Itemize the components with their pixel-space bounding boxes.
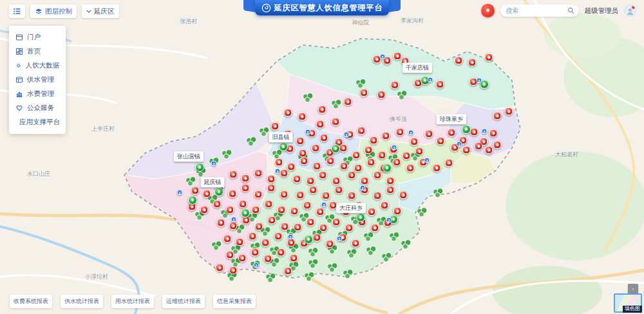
map-marker-alarm[interactable] <box>391 81 399 89</box>
map-marker-alarm[interactable] <box>332 118 340 126</box>
map-marker-alarm[interactable] <box>361 177 369 185</box>
cluster-count-badge[interactable]: 3 <box>428 77 433 83</box>
map-marker-facility[interactable] <box>365 246 377 256</box>
cluster-count-badge[interactable]: 2 <box>386 217 392 223</box>
cluster-count-badge[interactable]: 2 <box>254 263 260 268</box>
map-marker-alarm[interactable] <box>313 234 321 242</box>
map-marker-alarm[interactable] <box>284 267 292 275</box>
map-marker-facility[interactable] <box>245 136 257 147</box>
map-marker-alarm[interactable] <box>226 206 234 214</box>
cluster-count-badge[interactable]: 2 <box>380 54 386 60</box>
map-marker-alarm[interactable] <box>290 207 299 216</box>
alarm-button[interactable] <box>481 4 495 17</box>
map-marker-alarm[interactable] <box>327 157 335 165</box>
map-marker-alarm[interactable] <box>290 254 298 263</box>
cluster-count-badge[interactable]: 2 <box>288 234 294 240</box>
map-marker-facility[interactable] <box>327 263 338 273</box>
map-marker-alarm[interactable] <box>261 239 270 247</box>
map-marker-normal[interactable] <box>331 144 340 153</box>
map-marker-alarm[interactable] <box>436 80 444 89</box>
cluster-count-badge[interactable]: 2 <box>482 129 488 134</box>
map-marker-normal[interactable] <box>462 125 471 134</box>
map-marker-alarm[interactable] <box>340 162 348 171</box>
map-marker-alarm[interactable] <box>368 208 376 216</box>
map-marker-alarm[interactable] <box>319 224 328 232</box>
map-marker-normal[interactable] <box>188 196 197 205</box>
map-marker-alarm[interactable] <box>267 184 276 192</box>
map-marker-facility[interactable] <box>355 78 366 89</box>
map-marker-alarm[interactable] <box>448 129 456 137</box>
map-marker-facility[interactable] <box>363 232 374 242</box>
map-marker-facility[interactable] <box>303 272 315 282</box>
map-marker-alarm[interactable] <box>406 164 415 172</box>
map-marker-alarm[interactable] <box>274 232 283 241</box>
map-marker-alarm[interactable] <box>307 177 315 185</box>
search-input[interactable] <box>505 6 567 15</box>
map-marker-alarm[interactable] <box>433 164 441 172</box>
map-marker-alarm[interactable] <box>296 191 305 199</box>
map-marker-alarm[interactable] <box>229 222 238 230</box>
overview-minimap[interactable]: 填色图 <box>614 293 642 313</box>
map-marker-alarm[interactable] <box>298 113 307 121</box>
map-marker-alarm[interactable] <box>281 223 289 231</box>
map-marker-alarm[interactable] <box>470 128 478 136</box>
map-marker-alarm[interactable] <box>191 187 200 195</box>
map-marker-facility[interactable] <box>330 99 342 109</box>
map-marker-alarm[interactable] <box>203 190 211 198</box>
search-icon[interactable] <box>567 7 574 14</box>
map-marker-facility[interactable] <box>400 239 412 250</box>
cluster-count-badge[interactable]: 2 <box>275 169 281 174</box>
locate-button[interactable] <box>628 284 638 294</box>
sidebar-item-1[interactable]: 首页 <box>9 44 66 59</box>
cluster-count-badge[interactable]: 2 <box>337 236 343 242</box>
map-marker-alarm[interactable] <box>396 128 404 136</box>
map-marker-alarm[interactable] <box>475 142 483 151</box>
map-marker-alarm[interactable] <box>320 134 328 142</box>
map-marker-facility[interactable] <box>342 269 354 279</box>
report-button-1[interactable]: 供水统计报表 <box>61 295 103 308</box>
map-marker-alarm[interactable] <box>238 254 247 263</box>
map-marker-alarm[interactable] <box>229 190 237 198</box>
map-marker-alarm[interactable] <box>357 127 366 135</box>
map-marker-alarm[interactable] <box>296 137 305 145</box>
cluster-count-badge[interactable]: 2 <box>344 132 350 138</box>
map-marker-alarm[interactable] <box>254 190 263 199</box>
sidebar-item-5[interactable]: 公众服务 <box>9 101 66 115</box>
map-marker-facility[interactable] <box>258 127 270 137</box>
map-marker-alarm[interactable] <box>216 264 224 272</box>
map-marker-facility[interactable] <box>396 90 408 100</box>
map-marker-alarm[interactable] <box>213 200 222 208</box>
map-marker-alarm[interactable] <box>393 207 402 216</box>
map-marker-facility[interactable] <box>307 247 319 257</box>
cluster-count-badge[interactable]: 2 <box>408 130 414 136</box>
map-marker-alarm[interactable] <box>217 219 225 227</box>
map-marker-alarm[interactable] <box>505 107 513 116</box>
map-marker-alarm[interactable] <box>410 138 419 146</box>
cluster-count-badge[interactable]: 2 <box>177 190 183 196</box>
map-marker-alarm[interactable] <box>229 266 238 275</box>
map-marker-alarm[interactable] <box>371 224 379 232</box>
map-marker-alarm[interactable] <box>255 223 263 231</box>
menu-button[interactable] <box>9 5 25 18</box>
map-marker-alarm[interactable] <box>374 192 382 200</box>
map-marker-alarm[interactable] <box>335 186 343 194</box>
sidebar-item-6[interactable]: 应用支撑平台 <box>9 115 66 129</box>
sidebar-item-2[interactable]: 人饮大数据 <box>9 59 66 73</box>
map-marker-alarm[interactable] <box>316 120 325 129</box>
map-marker-facility[interactable] <box>211 241 222 251</box>
map-marker-alarm[interactable] <box>377 91 386 99</box>
map-marker-alarm[interactable] <box>485 146 493 154</box>
map-marker-alarm[interactable] <box>402 152 411 160</box>
map-marker-alarm[interactable] <box>264 255 272 263</box>
map-marker-alarm[interactable] <box>445 159 453 167</box>
map-marker-alarm[interactable] <box>307 218 315 226</box>
map-marker-alarm[interactable] <box>382 132 390 140</box>
map-marker-alarm[interactable] <box>268 216 276 225</box>
map-marker-alarm[interactable] <box>200 206 209 214</box>
map-marker-alarm[interactable] <box>339 144 348 152</box>
map-marker-alarm[interactable] <box>415 147 424 156</box>
map-marker-alarm[interactable] <box>332 177 341 185</box>
map-marker-alarm[interactable] <box>393 158 401 167</box>
map-marker-alarm[interactable] <box>280 169 289 178</box>
map-marker-alarm[interactable] <box>322 192 330 200</box>
